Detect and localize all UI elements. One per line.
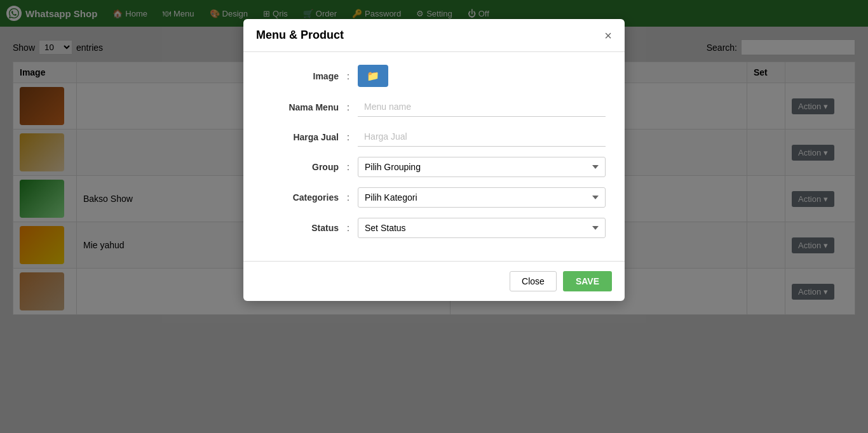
close-button[interactable]: Close bbox=[510, 271, 557, 291]
group-row: Group : Pilih Grouping bbox=[262, 157, 606, 177]
modal-body: Image : 📁 Nama Menu : Harga Jual : Grou bbox=[243, 52, 625, 261]
save-button[interactable]: SAVE bbox=[563, 271, 612, 291]
modal-header: Menu & Product × bbox=[243, 19, 625, 52]
harga-jual-row: Harga Jual : bbox=[262, 127, 606, 147]
menu-name-label: Nama Menu bbox=[262, 102, 339, 112]
menu-name-input[interactable] bbox=[358, 97, 606, 117]
group-select[interactable]: Pilih Grouping bbox=[358, 157, 606, 177]
status-row: Status : Set Status Active Inactive bbox=[262, 218, 606, 238]
modal-close-button[interactable]: × bbox=[604, 29, 612, 42]
harga-jual-label: Harga Jual bbox=[262, 132, 339, 142]
upload-icon: 📁 bbox=[367, 70, 379, 82]
image-label: Image bbox=[262, 71, 339, 81]
image-upload-button[interactable]: 📁 bbox=[358, 65, 388, 87]
group-label: Group bbox=[262, 162, 339, 172]
categories-label: Categories bbox=[262, 192, 339, 203]
harga-jual-input[interactable] bbox=[358, 127, 606, 147]
image-row: Image : 📁 bbox=[262, 65, 606, 87]
modal-dialog: Menu & Product × Image : 📁 Nama Menu : H… bbox=[243, 19, 625, 301]
modal-title: Menu & Product bbox=[256, 29, 344, 42]
status-select[interactable]: Set Status Active Inactive bbox=[358, 218, 606, 238]
modal-overlay: Menu & Product × Image : 📁 Nama Menu : H… bbox=[0, 0, 868, 433]
modal-footer: Close SAVE bbox=[243, 261, 625, 301]
categories-row: Categories : Pilih Kategori bbox=[262, 187, 606, 208]
status-label: Status bbox=[262, 223, 339, 233]
categories-select[interactable]: Pilih Kategori bbox=[358, 187, 606, 208]
menu-name-row: Nama Menu : bbox=[262, 97, 606, 117]
